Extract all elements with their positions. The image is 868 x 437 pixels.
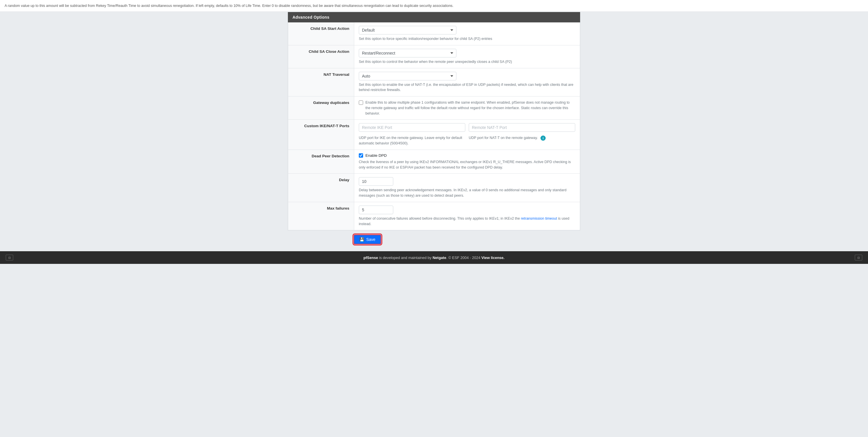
save-button-area: 💾 Save <box>288 230 580 246</box>
custom-ports-label: Custom IKE/NAT-T Ports <box>288 120 354 150</box>
ike-port-description: UDP port for IKE on the remote gateway. … <box>359 135 465 146</box>
save-button-label: Save <box>366 237 375 242</box>
dead-peer-detection-description: Check the liveness of a peer by using IK… <box>359 159 575 170</box>
child-sa-start-label: Child SA Start Action <box>288 22 354 45</box>
footer-left-icon[interactable]: ⊡ <box>6 255 13 260</box>
gateway-duplicates-checkbox[interactable] <box>359 100 363 105</box>
dead-peer-detection-content: Enable DPD Check the liveness of a peer … <box>354 150 580 174</box>
child-sa-close-content: Default None Restart/Reconnect Trap Set … <box>354 45 580 68</box>
enable-dpd-label[interactable]: Enable DPD <box>359 153 575 158</box>
ports-desc-grid: UDP port for IKE on the remote gateway. … <box>359 133 575 146</box>
nat-traversal-label: NAT Traversal <box>288 68 354 96</box>
delay-row: Delay Delay between sending peer acknowl… <box>288 174 580 202</box>
options-table: Child SA Start Action Default None Start… <box>288 22 580 230</box>
footer-content: ⊡ pfSense is developed and maintained by… <box>6 255 862 260</box>
max-failures-description: Number of consecutive failures allowed b… <box>359 216 575 227</box>
delay-content: Delay between sending peer acknowledgeme… <box>354 174 580 202</box>
max-failures-content: Number of consecutive failures allowed b… <box>354 202 580 230</box>
gateway-duplicates-description: Enable this to allow multiple phase 1 co… <box>365 100 575 116</box>
nat-traversal-select[interactable]: Auto Force Disable <box>359 72 456 81</box>
child-sa-close-description: Set this option to control the behavior … <box>359 59 575 65</box>
info-text: A random value up to this amount will be… <box>5 4 454 8</box>
view-license-link[interactable]: View license. <box>482 255 505 260</box>
max-failures-label: Max failures <box>288 202 354 230</box>
nat-traversal-description: Set this option to enable the use of NAT… <box>359 82 575 93</box>
remote-ike-port-input[interactable] <box>359 123 465 132</box>
dead-peer-detection-row: Dead Peer Detection Enable DPD Check the… <box>288 150 580 174</box>
child-sa-start-description: Set this option to force specific initia… <box>359 36 575 42</box>
section-header: Advanced Options <box>288 12 580 22</box>
footer-right-icon[interactable]: ⊡ <box>855 255 862 260</box>
enable-dpd-text: Enable DPD <box>365 153 386 158</box>
ports-inputs-grid <box>359 123 575 132</box>
advanced-options-section: Advanced Options Child SA Start Action D… <box>288 12 580 230</box>
child-sa-start-content: Default None Start Trap Set this option … <box>354 22 580 45</box>
nat-port-description: UDP port for NAT-T on the remote gateway… <box>469 135 575 146</box>
footer: ⊡ pfSense is developed and maintained by… <box>0 251 868 264</box>
netgate-text: Netgate <box>433 255 446 260</box>
child-sa-close-label: Child SA Close Action <box>288 45 354 68</box>
enable-dpd-checkbox[interactable] <box>359 153 363 158</box>
retransmission-timeout-link[interactable]: retransmission timeout <box>521 217 558 220</box>
gateway-duplicates-content: Enable this to allow multiple phase 1 co… <box>354 96 580 120</box>
remote-nat-port-input[interactable] <box>469 123 575 132</box>
gateway-duplicates-label: Gateway duplicates <box>288 96 354 120</box>
delay-input[interactable] <box>359 177 393 186</box>
gateway-duplicates-checkbox-row: Enable this to allow multiple phase 1 co… <box>359 100 575 116</box>
max-failures-row: Max failures Number of consecutive failu… <box>288 202 580 230</box>
save-button[interactable]: 💾 Save <box>353 235 381 244</box>
child-sa-start-select[interactable]: Default None Start Trap <box>359 26 456 34</box>
save-icon: 💾 <box>360 237 364 242</box>
nat-traversal-row: NAT Traversal Auto Force Disable Set thi… <box>288 68 580 97</box>
nat-port-info-icon[interactable]: i <box>540 135 546 141</box>
randomization-info: A random value up to this amount will be… <box>0 0 868 12</box>
max-failures-input[interactable] <box>359 206 393 214</box>
custom-ports-row: Custom IKE/NAT-T Ports UDP port for IKE … <box>288 120 580 150</box>
gateway-duplicates-row: Gateway duplicates Enable this to allow … <box>288 96 580 120</box>
nat-traversal-content: Auto Force Disable Set this option to en… <box>354 68 580 96</box>
custom-ports-content: UDP port for IKE on the remote gateway. … <box>354 120 580 150</box>
child-sa-close-row: Child SA Close Action Default None Resta… <box>288 45 580 68</box>
dead-peer-detection-label: Dead Peer Detection <box>288 150 354 174</box>
delay-label: Delay <box>288 174 354 202</box>
footer-text: pfSense is developed and maintained by N… <box>13 255 855 260</box>
child-sa-close-select[interactable]: Default None Restart/Reconnect Trap <box>359 49 456 57</box>
child-sa-start-row: Child SA Start Action Default None Start… <box>288 22 580 45</box>
delay-description: Delay between sending peer acknowledgeme… <box>359 187 575 198</box>
pfsense-text: pfSense <box>363 255 378 260</box>
